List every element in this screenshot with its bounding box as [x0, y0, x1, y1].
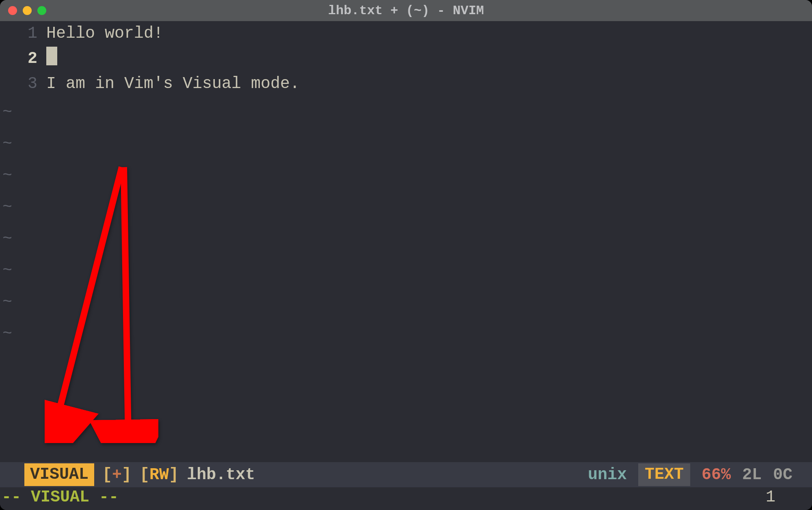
- status-right: unix TEXT 66% 2L 0C: [588, 463, 812, 486]
- cursor-icon: [46, 47, 57, 65]
- column-position: 0C: [773, 466, 793, 484]
- tilde-icon: ~: [0, 318, 24, 350]
- line-number: 1: [0, 21, 37, 46]
- tilde-icon: ~: [0, 286, 24, 318]
- titlebar: lhb.txt + (~) - NVIM: [0, 0, 812, 21]
- tilde-icon: ~: [0, 223, 24, 255]
- buffer-line[interactable]: I am in Vim's Visual mode.: [46, 71, 812, 97]
- window-title: lhb.txt + (~) - NVIM: [328, 3, 484, 18]
- terminal-window: lhb.txt + (~) - NVIM 1 2 3 Hello world! …: [0, 0, 812, 510]
- buffer-content[interactable]: Hello world! I am in Vim's Visual mode.: [46, 21, 812, 448]
- mode-message: -- VISUAL --: [2, 487, 119, 508]
- filename: lhb.txt: [187, 466, 255, 484]
- line-position: 2L: [742, 466, 762, 484]
- tilde-icon: ~: [0, 160, 24, 192]
- minimize-icon[interactable]: [23, 6, 32, 15]
- tilde-icon: ~: [0, 97, 24, 128]
- gap: [0, 448, 812, 462]
- command-line[interactable]: -- VISUAL -- 1: [0, 487, 812, 510]
- file-format: unix: [588, 466, 627, 484]
- scroll-percent: 66%: [702, 466, 731, 484]
- editor-area[interactable]: 1 2 3 Hello world! I am in Vim's Visual …: [0, 21, 812, 448]
- status-line: VISUAL [+] [RW] lhb.txt unix TEXT 66% 2L…: [0, 462, 812, 487]
- file-type: TEXT: [638, 463, 690, 486]
- line-number: 3: [0, 71, 37, 97]
- maximize-icon[interactable]: [37, 6, 46, 15]
- ruler: 1: [766, 487, 812, 508]
- empty-line-markers: ~ ~ ~ ~ ~ ~ ~ ~: [0, 97, 24, 350]
- tilde-icon: ~: [0, 255, 24, 286]
- tilde-icon: ~: [0, 192, 24, 223]
- readwrite-flag: [RW]: [140, 466, 179, 484]
- mode-indicator: VISUAL: [24, 463, 94, 486]
- buffer-line[interactable]: Hello world!: [46, 21, 812, 46]
- traffic-lights: [8, 6, 46, 15]
- modified-flag: [+]: [102, 466, 132, 484]
- line-number-current: 2: [0, 46, 37, 71]
- close-icon[interactable]: [8, 6, 17, 15]
- buffer-line-current[interactable]: [46, 46, 812, 71]
- status-left: VISUAL [+] [RW] lhb.txt: [0, 463, 255, 486]
- tilde-icon: ~: [0, 128, 24, 160]
